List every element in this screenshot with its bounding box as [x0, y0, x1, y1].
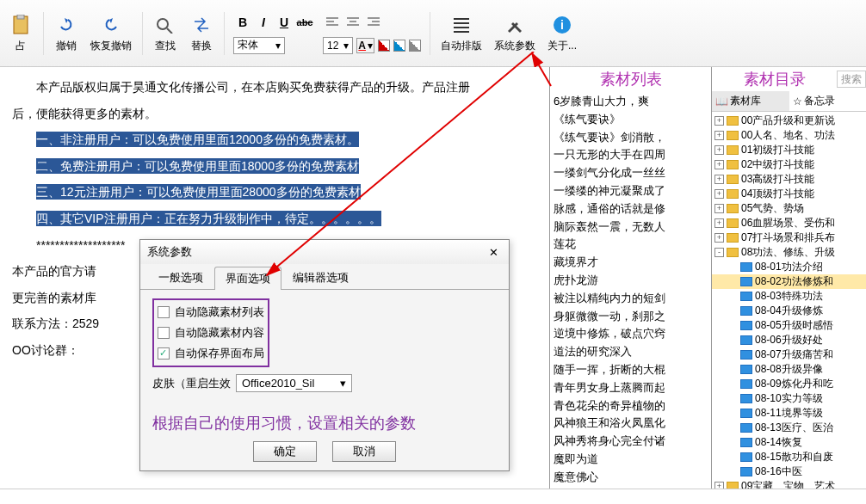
tree-node[interactable]: 08-10实力等级	[712, 391, 866, 406]
align-right-button[interactable]	[364, 13, 383, 32]
tree-node[interactable]: 08-14恢复	[712, 435, 866, 450]
folder-icon	[740, 262, 752, 272]
list-item[interactable]: 龙隐天下真气中的天煞	[554, 487, 708, 489]
tree-node[interactable]: +02中级打斗技能	[712, 157, 866, 172]
tree-node[interactable]: +05气势、势场	[712, 201, 866, 216]
redo-button[interactable]: 恢复撤销	[85, 9, 137, 57]
tree-node[interactable]: +01初级打斗技能	[712, 143, 866, 157]
list-item[interactable]: 魔即为道	[554, 451, 708, 469]
tree-node[interactable]: 08-07升级痛苦和	[712, 347, 866, 362]
material-list[interactable]: 6岁膝青山大力，爽《练气要诀》《练气要诀》剑消散，一只无形的大手在四周一缕剑气分…	[550, 91, 711, 489]
list-item[interactable]: 道法的研究深入	[554, 343, 708, 361]
tab-memo[interactable]: ☆备忘录	[789, 91, 867, 111]
expand-icon[interactable]: -	[714, 248, 724, 257]
editor-text: 更完善的素材库	[12, 291, 96, 304]
tree-node[interactable]: 08-04升级修炼	[712, 304, 866, 318]
tree-node[interactable]: 08-02功法修炼和	[712, 274, 866, 289]
italic-button[interactable]: I	[254, 13, 273, 32]
tree-node[interactable]: 08-15散功和自废	[712, 450, 866, 464]
tab-ui[interactable]: 界面选项	[214, 267, 281, 290]
list-item[interactable]: 虎扑龙游	[554, 272, 708, 290]
list-item[interactable]: 脑际轰然一震，无数人	[554, 218, 708, 237]
expand-icon[interactable]: +	[714, 175, 724, 184]
strike-button[interactable]: abc	[295, 13, 314, 32]
palette-2[interactable]	[393, 40, 405, 52]
tree-node[interactable]: 08-11境界等级	[712, 406, 866, 421]
tree-node[interactable]: +07打斗场景和排兵布	[712, 230, 866, 245]
tree-node[interactable]: +00人名、地名、功法	[712, 128, 866, 143]
find-button[interactable]: 查找	[148, 9, 182, 57]
underline-button[interactable]: U	[275, 13, 294, 32]
list-item[interactable]: 被注以精纯内力的短剑	[554, 290, 708, 308]
tree-node[interactable]: 08-06升级好处	[712, 333, 866, 347]
bold-button[interactable]: B	[233, 13, 252, 32]
paste-button[interactable]: 占	[3, 9, 38, 57]
dialog-titlebar[interactable]: 系统参数 ✕	[140, 240, 509, 264]
tab-editor[interactable]: 编辑器选项	[281, 266, 360, 289]
list-item[interactable]: 一缕剑气分化成一丝丝	[554, 164, 708, 182]
undo-button[interactable]: 撤销	[49, 9, 84, 57]
tree-node[interactable]: +06血腥场景、受伤和	[712, 216, 866, 230]
tree-node[interactable]: 08-13医疗、医治	[712, 421, 866, 435]
ok-button[interactable]: 确定	[253, 441, 317, 462]
expand-icon[interactable]: +	[714, 204, 724, 213]
chk-hide-content[interactable]	[158, 327, 170, 339]
tree-node[interactable]: +04顶级打斗技能	[712, 187, 866, 201]
list-item[interactable]: 魔意佛心	[554, 469, 708, 487]
list-item[interactable]: 莲花	[554, 236, 708, 254]
list-item[interactable]: 随手一挥，折断的大棍	[554, 361, 708, 379]
tree-node[interactable]: 08-16中医	[712, 464, 866, 479]
dialog-close-button[interactable]: ✕	[485, 243, 502, 261]
tab-material-lib[interactable]: 📖素材库	[712, 91, 789, 111]
editor-text: 联系方法：2529	[12, 317, 99, 330]
font-size-select[interactable]: 12▾	[323, 37, 353, 54]
list-item[interactable]: 《练气要诀》剑消散，	[554, 129, 708, 147]
expand-icon[interactable]: +	[714, 131, 724, 140]
expand-icon[interactable]: +	[714, 160, 724, 169]
list-item[interactable]: 逆境中修炼，破点穴窍	[554, 325, 708, 343]
list-item[interactable]: 一缕缕的神元凝聚成了	[554, 182, 708, 200]
tree-node[interactable]: -08功法、修练、升级	[712, 245, 866, 260]
list-item[interactable]: 《练气要诀》	[554, 111, 708, 129]
cancel-button[interactable]: 取消	[332, 441, 396, 462]
material-tree[interactable]: +00产品升级和更新说+00人名、地名、功法+01初级打斗技能+02中级打斗技能…	[712, 112, 866, 489]
list-item[interactable]: 风神秀将身心完全付诸	[554, 433, 708, 451]
tree-node[interactable]: 08-09炼化丹和吃	[712, 377, 866, 391]
tree-node[interactable]: +00产品升级和更新说	[712, 114, 866, 128]
font-color-button[interactable]: A	[358, 40, 366, 52]
list-item[interactable]: 青年男女身上蒸腾而起	[554, 379, 708, 397]
list-item[interactable]: 脉感，通俗的话就是修	[554, 200, 708, 218]
list-item[interactable]: 身躯微微一动，刹那之	[554, 308, 708, 326]
tree-node[interactable]: 08-08升级异像	[712, 362, 866, 377]
expand-icon[interactable]: +	[714, 482, 724, 489]
expand-icon[interactable]: +	[714, 189, 724, 199]
tree-node[interactable]: +03高级打斗技能	[712, 172, 866, 187]
chk-hide-list[interactable]	[158, 306, 170, 318]
tree-node[interactable]: 08-05升级时感悟	[712, 318, 866, 333]
align-left-button[interactable]	[323, 13, 342, 32]
tree-node[interactable]: 08-03特殊功法	[712, 289, 866, 304]
list-item[interactable]: 6岁膝青山大力，爽	[554, 93, 708, 111]
align-center-button[interactable]	[343, 13, 362, 32]
expand-icon[interactable]: +	[714, 218, 724, 228]
palette-1[interactable]	[378, 40, 390, 52]
list-item[interactable]: 青色花朵的奇异植物的	[554, 397, 708, 415]
list-item[interactable]: 风神狼王和浴火凤凰化	[554, 415, 708, 433]
font-name-select[interactable]: 宋体▾	[233, 37, 285, 54]
replace-button[interactable]: 替换	[184, 9, 219, 57]
expand-icon[interactable]: +	[714, 116, 724, 126]
tree-node[interactable]: 08-01功法介绍	[712, 260, 866, 274]
about-button[interactable]: i 关于...	[542, 9, 582, 57]
search-input[interactable]: 搜索	[837, 71, 866, 88]
tab-general[interactable]: 一般选项	[147, 266, 214, 289]
chk-save-layout[interactable]	[158, 347, 170, 360]
skin-select[interactable]: Office2010_Sil▾	[236, 374, 352, 392]
palette-3[interactable]	[409, 40, 421, 52]
sys-params-button[interactable]: 系统参数	[489, 9, 541, 57]
auto-layout-button[interactable]: 自动排版	[436, 9, 487, 57]
tree-node[interactable]: +09宝藏、宝物、艺术	[712, 479, 866, 489]
list-item[interactable]: 一只无形的大手在四周	[554, 146, 708, 164]
expand-icon[interactable]: +	[714, 233, 724, 243]
expand-icon[interactable]: +	[714, 145, 724, 155]
list-item[interactable]: 藏境界才	[554, 254, 708, 272]
